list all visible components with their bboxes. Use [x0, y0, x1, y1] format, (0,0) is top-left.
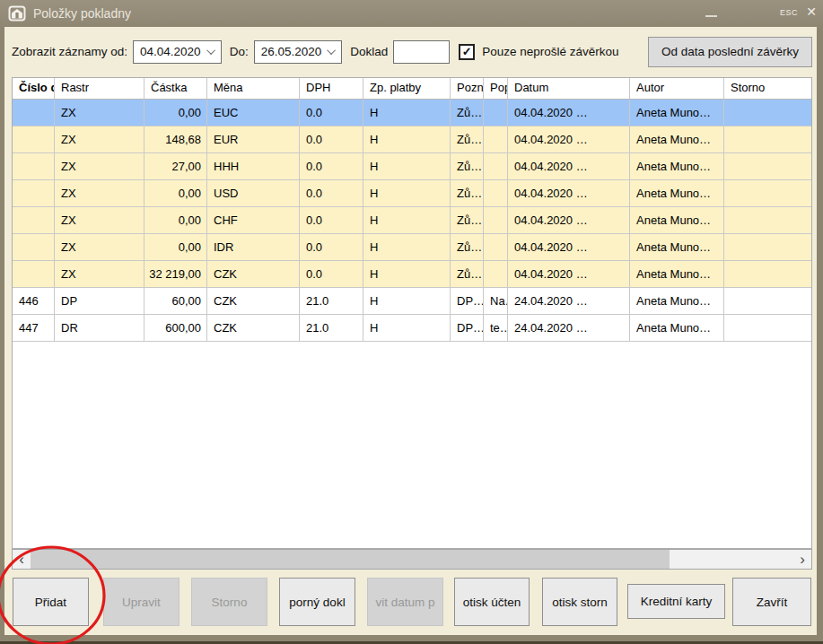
table-cell	[724, 288, 812, 314]
table-cell: Aneta Muno…	[630, 126, 724, 152]
scroll-right-icon[interactable]: ›	[793, 550, 811, 569]
table-cell	[724, 261, 812, 287]
table-cell: Aneta Muno…	[630, 234, 724, 260]
table-cell: H	[363, 261, 451, 287]
date-to-dropdown[interactable]: 26.05.2020	[254, 40, 343, 64]
otisk-storn-button[interactable]: otisk storn	[542, 578, 617, 626]
column-header[interactable]: Rastr	[55, 78, 144, 99]
table-cell	[724, 207, 812, 233]
column-header[interactable]: Autor	[630, 78, 724, 99]
only-unclosed-label: Pouze neprošlé závěrkou	[482, 45, 618, 58]
table-cell: Zů…	[451, 153, 484, 179]
table-cell: 0,00	[144, 180, 207, 206]
edit-button[interactable]: Upravit	[103, 578, 179, 626]
table-cell: 447	[13, 315, 55, 341]
table-cell: DR	[55, 315, 144, 341]
date-from-value: 04.04.2020	[140, 45, 201, 58]
table-row[interactable]: 446DP60,00CZK21.0HDP…Na…24.04.2020 …Anet…	[13, 288, 811, 315]
to-label: Do:	[230, 45, 249, 58]
table-cell: Zů…	[451, 207, 484, 233]
add-button[interactable]: Přidat	[13, 578, 89, 626]
table-cell: Aneta Muno…	[630, 288, 724, 314]
window-border-left	[0, 27, 4, 644]
table-cell: 600,00	[144, 315, 207, 341]
doklad-label: Doklad	[350, 45, 388, 58]
table-cell: CZK	[207, 288, 300, 314]
table-cell	[484, 126, 508, 152]
horizontal-scrollbar[interactable]: ‹ ›	[12, 549, 812, 570]
home-icon	[8, 4, 26, 22]
column-header[interactable]: Měna	[207, 78, 300, 99]
table-cell: 0.0	[300, 207, 363, 233]
table-cell	[724, 180, 812, 206]
close-icon[interactable]: ✕	[806, 4, 817, 19]
table-row[interactable]: ZX0,00EUC0.0HZů…04.04.2020 …Aneta Muno…	[13, 100, 811, 126]
column-header[interactable]: DPH	[300, 78, 363, 99]
minimize-button[interactable]	[705, 15, 717, 17]
table-cell	[484, 153, 508, 179]
table-cell	[484, 234, 508, 260]
table-cell	[724, 234, 812, 260]
column-header[interactable]: Částka	[144, 78, 207, 99]
filter-bar: Zobrazit záznamy od: 04.04.2020 Do: 26.0…	[12, 36, 812, 67]
porny-dokl-button[interactable]: porný dokl	[279, 578, 355, 626]
date-to-value: 26.05.2020	[261, 45, 322, 58]
table-row[interactable]: ZX148,68EUR0.0HZů…04.04.2020 …Aneta Muno…	[13, 126, 811, 153]
table-cell: 21.0	[300, 288, 363, 314]
table-cell	[13, 126, 55, 152]
otisk-ucten-button[interactable]: otisk účten	[454, 578, 530, 626]
scrollbar-thumb[interactable]	[31, 550, 670, 569]
chevron-down-icon	[206, 46, 215, 55]
column-header[interactable]: Storno	[724, 78, 812, 99]
table-row[interactable]: ZX0,00IDR0.0HZů…04.04.2020 …Aneta Muno…	[13, 234, 811, 261]
window-title: Položky pokladny	[33, 6, 131, 21]
column-header[interactable]: Zp. platby	[363, 78, 451, 99]
column-header[interactable]: Číslo d	[13, 78, 55, 99]
title-bar: Položky pokladny ESC ✕	[0, 0, 823, 27]
table-cell	[484, 261, 508, 287]
table-row[interactable]: ZX0,00CHF0.0HZů…04.04.2020 …Aneta Muno…	[13, 207, 811, 234]
doklad-input[interactable]	[393, 40, 450, 64]
table-cell: H	[363, 180, 451, 206]
table-cell: 32 219,00	[144, 261, 207, 287]
column-header[interactable]: Pozn	[451, 78, 484, 99]
table-cell: H	[363, 100, 451, 126]
table-cell: 04.04.2020 …	[508, 100, 630, 126]
table-cell: H	[363, 288, 451, 314]
credit-cards-button[interactable]: Kreditní karty	[627, 584, 725, 619]
table-cell: EUR	[207, 126, 300, 152]
table-row[interactable]: 447DR600,00CZK21.0HDP…te…24.04.2020 …Ane…	[13, 315, 811, 342]
table-cell: 21.0	[300, 315, 363, 341]
table-cell: Aneta Muno…	[630, 100, 724, 126]
date-from-dropdown[interactable]: 04.04.2020	[133, 40, 222, 64]
table-cell: ZX	[55, 261, 144, 287]
scroll-left-icon[interactable]: ‹	[13, 550, 31, 569]
vit-datum-button[interactable]: vit datum p	[367, 578, 443, 626]
table-cell	[13, 261, 55, 287]
cash-items-table: Číslo dRastrČástkaMěnaDPHZp. platbyPoznP…	[12, 77, 812, 549]
table-row[interactable]: ZX27,00HHH0.0HZů…04.04.2020 …Aneta Muno…	[13, 153, 811, 180]
from-last-closure-button[interactable]: Od data poslední závěrky	[648, 37, 812, 67]
chevron-down-icon	[327, 46, 336, 55]
table-cell: ZX	[55, 207, 144, 233]
table-cell	[13, 234, 55, 260]
table-cell: DP	[55, 288, 144, 314]
table-row[interactable]: ZX0,00USD0.0HZů…04.04.2020 …Aneta Muno…	[13, 180, 811, 207]
table-row[interactable]: ZX32 219,00CZK0.0HZů…04.04.2020 …Aneta M…	[13, 261, 811, 288]
close-window-button[interactable]: Zavřít	[732, 578, 811, 626]
table-cell: Zů…	[451, 261, 484, 287]
storno-button[interactable]: Storno	[191, 578, 267, 626]
table-cell: HHH	[207, 153, 300, 179]
table-cell: 24.04.2020 …	[508, 315, 630, 341]
table-cell: 0,00	[144, 207, 207, 233]
table-cell	[724, 126, 812, 152]
table-cell: H	[363, 234, 451, 260]
column-header[interactable]: Datum	[508, 78, 630, 99]
table-cell	[13, 207, 55, 233]
table-cell: 0.0	[300, 126, 363, 152]
only-unclosed-checkbox[interactable]: ✓	[459, 44, 475, 60]
column-header[interactable]: Popi	[484, 78, 508, 99]
table-cell: 27,00	[144, 153, 207, 179]
table-cell: H	[363, 315, 451, 341]
table-cell: ZX	[55, 153, 144, 179]
